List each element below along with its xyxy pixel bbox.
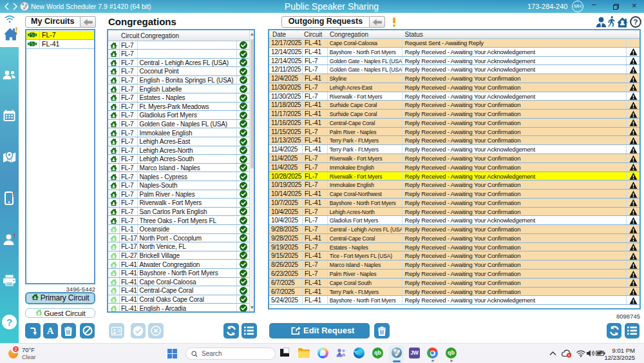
svg-text:!: ! (12, 191, 14, 198)
svg-text:!: ! (15, 26, 17, 35)
svg-text:?: ? (633, 18, 638, 26)
svg-text:?: ? (6, 317, 12, 328)
svg-text:!: ! (14, 233, 15, 239)
